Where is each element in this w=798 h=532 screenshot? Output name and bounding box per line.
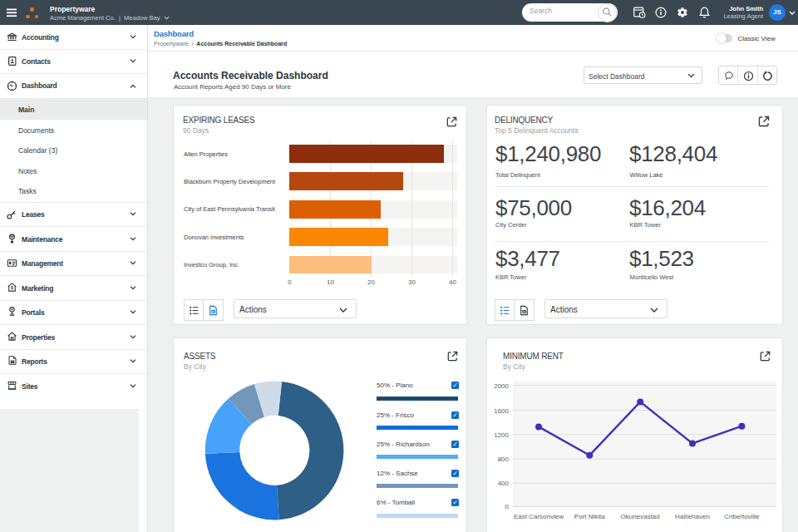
svg-text:xs: xs	[212, 310, 215, 313]
svg-text:$: $	[11, 285, 13, 290]
svg-text:xs: xs	[523, 310, 526, 313]
